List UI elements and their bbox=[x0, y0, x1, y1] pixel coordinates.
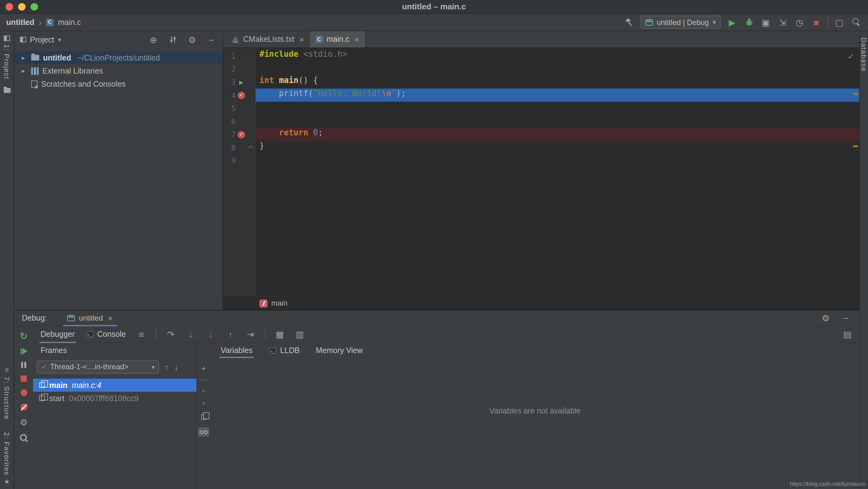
breadcrumb-function[interactable]: main bbox=[271, 299, 287, 307]
locate-file-button[interactable]: ⊕ bbox=[148, 33, 159, 46]
debugger-settings-button[interactable]: ⚙ bbox=[20, 418, 27, 427]
hide-debug-panel-button[interactable]: − bbox=[841, 312, 852, 324]
tree-row-project-root[interactable]: ▸ untitled ~/CLionProjects/untitled bbox=[14, 51, 223, 64]
profiler-button[interactable]: ◷ bbox=[794, 16, 805, 28]
code-line[interactable]: } bbox=[256, 141, 859, 154]
debug-settings-button[interactable]: ⚙ bbox=[820, 312, 831, 324]
tab-memory-view[interactable]: Memory View bbox=[315, 343, 364, 358]
zoom-window-button[interactable] bbox=[31, 3, 38, 10]
coverage-button[interactable]: ▣ bbox=[760, 16, 771, 28]
error-stripe-mark[interactable] bbox=[853, 145, 858, 147]
frame-row-main[interactable]: main main.c:4 bbox=[33, 378, 196, 392]
stripe-button-database[interactable]: Database bbox=[860, 37, 868, 489]
debug-button[interactable] bbox=[743, 16, 754, 28]
code-line-breakpoint[interactable]: return 0; bbox=[256, 128, 859, 141]
search-everywhere-button[interactable] bbox=[850, 16, 862, 28]
evaluate-expression-button[interactable]: ▦ bbox=[274, 328, 286, 341]
code-line[interactable] bbox=[256, 154, 859, 167]
tab-mainc[interactable]: C main.c × bbox=[310, 31, 365, 48]
window-layout-button[interactable]: ▢ bbox=[834, 16, 845, 28]
breadcrumb-file[interactable]: main.c bbox=[58, 18, 81, 27]
tab-debugger[interactable]: Debugger bbox=[39, 326, 76, 343]
tab-variables[interactable]: Variables bbox=[219, 343, 254, 358]
run-config-select[interactable]: untitled | Debug ▾ bbox=[641, 16, 721, 29]
error-stripe-mark[interactable] bbox=[853, 93, 858, 95]
inspections-ok-icon[interactable]: ✓ bbox=[847, 52, 854, 61]
chevron-expand-icon[interactable]: ▸ bbox=[22, 54, 27, 61]
gutter-row[interactable]: 6 bbox=[223, 115, 255, 128]
layout-settings-button[interactable]: ≡ bbox=[136, 328, 147, 341]
pause-button[interactable] bbox=[21, 362, 26, 368]
view-breakpoints-button[interactable] bbox=[20, 389, 27, 396]
next-frame-button[interactable]: ↓ bbox=[174, 362, 178, 371]
run-main-gutter-icon[interactable]: ▶ bbox=[239, 79, 244, 85]
code-line[interactable]: int main() { bbox=[256, 75, 859, 89]
frame-row-start[interactable]: start 0x00007fff68108cc9 bbox=[33, 392, 196, 405]
step-into-button[interactable]: ↓ bbox=[185, 328, 196, 341]
code-line[interactable] bbox=[256, 102, 859, 115]
thread-selector[interactable]: ✓ Thread-1-<…in-thread> ▾ bbox=[37, 360, 159, 373]
project-panel-title[interactable]: Project bbox=[30, 35, 54, 44]
show-watches-button[interactable] bbox=[198, 427, 210, 437]
close-icon[interactable]: × bbox=[299, 35, 304, 44]
step-out-button[interactable]: ↑ bbox=[225, 328, 236, 341]
gutter-row[interactable]: 5 bbox=[223, 102, 255, 115]
tab-cmakelists[interactable]: CMakeLists.txt × bbox=[226, 31, 310, 48]
stripe-button-favorites[interactable]: 2: Favorites ★ bbox=[0, 432, 14, 485]
tab-lldb[interactable]: >_ LLDB bbox=[268, 343, 301, 358]
resume-button[interactable] bbox=[20, 348, 27, 354]
tree-row-external-libraries[interactable]: ▸ External Libraries bbox=[14, 64, 223, 77]
breadcrumb-project[interactable]: untitled bbox=[6, 18, 34, 27]
tree-row-scratches[interactable]: Scratches and Consoles bbox=[14, 77, 223, 90]
mute-breakpoints-button[interactable] bbox=[20, 403, 27, 410]
rerun-button[interactable]: ↻ bbox=[20, 331, 27, 341]
code-line[interactable] bbox=[256, 115, 859, 128]
gutter-row[interactable]: 8 bbox=[223, 141, 255, 154]
fold-icon[interactable] bbox=[248, 145, 253, 150]
cmake-icon bbox=[231, 35, 240, 43]
chevron-expand-icon[interactable]: ▸ bbox=[22, 67, 27, 74]
view-options-button[interactable] bbox=[167, 33, 178, 46]
close-icon[interactable]: × bbox=[108, 313, 113, 323]
code-line[interactable]: #include <stdio.h> bbox=[256, 49, 859, 62]
duplicate-watch-button[interactable] bbox=[201, 414, 206, 420]
debug-main: Debugger >_ Console ≡ ↷ ↓ ↓ ↑ ⇥ ▦ ▥ bbox=[33, 326, 859, 489]
add-watch-button[interactable]: + bbox=[201, 364, 206, 372]
folder-stripe-icon[interactable] bbox=[3, 88, 10, 93]
run-button[interactable]: ▶ bbox=[726, 16, 738, 28]
gutter-row[interactable]: 9 bbox=[223, 154, 255, 167]
close-window-button[interactable] bbox=[6, 3, 13, 10]
minimize-window-button[interactable] bbox=[18, 3, 26, 10]
step-over-button[interactable]: ↷ bbox=[165, 328, 177, 341]
gutter-row[interactable]: 3 ▶ bbox=[223, 75, 255, 89]
chevron-down-icon[interactable]: ▾ bbox=[58, 36, 61, 43]
tab-console[interactable]: >_ Console bbox=[85, 326, 127, 343]
project-settings-button[interactable]: ⚙ bbox=[186, 33, 198, 46]
gutter-row[interactable]: 1 bbox=[223, 49, 255, 62]
stop-debug-button[interactable] bbox=[21, 375, 27, 382]
restore-layout-button[interactable]: ▤ bbox=[842, 328, 853, 341]
code-line[interactable] bbox=[256, 62, 859, 75]
force-step-into-button[interactable]: ↓ bbox=[205, 328, 216, 341]
stripe-button-project[interactable]: 1: Project bbox=[0, 35, 14, 80]
breakpoint-icon[interactable]: ✓ bbox=[238, 91, 245, 99]
table-view-button[interactable]: ▥ bbox=[294, 328, 306, 341]
debug-session-tab[interactable]: untitled × bbox=[63, 310, 117, 326]
code-area[interactable]: #include <stdio.h> int main() { printf("… bbox=[256, 48, 859, 296]
breakpoint-icon[interactable]: ✓ bbox=[238, 131, 245, 138]
stop-button[interactable]: ■ bbox=[811, 16, 822, 28]
previous-frame-button[interactable]: ↑ bbox=[165, 362, 169, 371]
run-to-cursor-button[interactable]: ⇥ bbox=[245, 328, 256, 341]
close-icon[interactable]: × bbox=[354, 35, 359, 44]
hide-panel-button[interactable]: − bbox=[206, 33, 217, 46]
gutter-row[interactable]: 7 ✓ bbox=[223, 128, 255, 141]
move-watch-up-button[interactable]: ▲ bbox=[201, 388, 207, 394]
build-button[interactable] bbox=[624, 16, 635, 28]
move-watch-down-button[interactable]: ▼ bbox=[201, 401, 207, 407]
stripe-button-structure[interactable]: ≡ 7: Structure bbox=[0, 366, 14, 420]
gutter-row[interactable]: 4 ✓ bbox=[223, 89, 255, 102]
attach-button[interactable]: ⇲ bbox=[777, 16, 788, 28]
pin-tab-button[interactable] bbox=[20, 434, 27, 442]
code-line-execution-point[interactable]: printf("Hello, World!\n"); bbox=[256, 89, 859, 102]
gutter-row[interactable]: 2 bbox=[223, 62, 255, 75]
